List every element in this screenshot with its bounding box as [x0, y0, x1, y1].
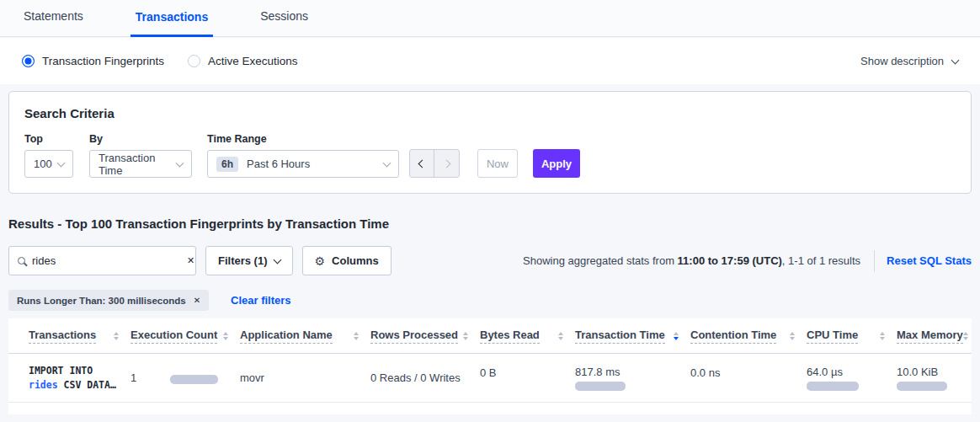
sort-icon[interactable]	[558, 332, 563, 340]
show-description-toggle[interactable]: Show description	[860, 55, 958, 67]
remove-filter-icon[interactable]: ✕	[194, 296, 200, 305]
cell-bar	[807, 382, 859, 391]
time-nav-group	[409, 149, 460, 178]
filters-button-label: Filters (1)	[218, 254, 268, 267]
cell-execution-count: 1	[130, 371, 240, 384]
tab-bar: Statements Transactions Sessions	[0, 0, 980, 37]
cell-bar	[170, 375, 218, 384]
sort-icon[interactable]	[463, 332, 468, 340]
cell-bytes-read: 0 B	[480, 354, 575, 379]
chevron-right-icon	[443, 159, 451, 168]
radio-label: Transaction Fingerprints	[42, 55, 164, 67]
chevron-down-icon	[57, 158, 66, 167]
column-header-bytes-read[interactable]: Bytes Read	[480, 329, 575, 344]
cell-transaction-fingerprint[interactable]: IMPORT INTO rides CSV DATA…	[29, 364, 130, 393]
apply-button[interactable]: Apply	[533, 149, 580, 178]
filter-pill-label: Runs Longer Than: 300 milliseconds	[17, 296, 186, 306]
radio-active-executions[interactable]: Active Executions	[188, 55, 298, 67]
by-label: By	[89, 133, 192, 145]
time-range-badge: 6h	[216, 157, 238, 172]
chevron-down-icon	[273, 255, 281, 264]
stats-cluster: Showing aggregated stats from 11:00 to 1…	[523, 250, 972, 272]
column-header-max-memory[interactable]: Max Memory	[897, 329, 980, 344]
chevron-down-icon	[951, 56, 960, 64]
clear-filters-link[interactable]: Clear filters	[231, 294, 291, 307]
results-table: Transactions Execution Count Application…	[8, 318, 972, 414]
time-range-select[interactable]: 6h Past 6 Hours	[207, 150, 399, 178]
cell-transaction-time: 817.8 ms	[575, 366, 690, 391]
by-select[interactable]: Transaction Time	[89, 150, 192, 178]
results-heading: Results - Top 100 Transaction Fingerprin…	[8, 216, 389, 231]
column-header-rows-processed[interactable]: Rows Processed	[370, 329, 480, 344]
time-range-value: Past 6 Hours	[247, 158, 310, 170]
clear-search-icon[interactable]: ✕	[187, 255, 194, 266]
sort-icon[interactable]	[880, 332, 885, 340]
tab-sessions[interactable]: Sessions	[255, 9, 313, 36]
search-criteria-title: Search Criteria	[24, 106, 956, 120]
view-toggle-row: Transaction Fingerprints Active Executio…	[0, 38, 980, 84]
cell-rows-processed: 0 Reads / 0 Writes	[370, 371, 480, 384]
columns-button[interactable]: ⚙ Columns	[302, 246, 391, 275]
tab-transactions[interactable]: Transactions	[130, 10, 213, 37]
cell-cpu-time: 64.0 µs	[807, 366, 897, 391]
top-select[interactable]: 100	[24, 150, 73, 178]
column-header-cpu-time[interactable]: CPU Time	[807, 329, 897, 344]
cell-application-name: movr	[240, 371, 370, 384]
sort-icon[interactable]	[354, 332, 359, 340]
column-header-application-name[interactable]: Application Name	[240, 329, 370, 344]
filters-button[interactable]: Filters (1)	[205, 246, 293, 275]
sql-activity-page: Statements Transactions Sessions Transac…	[0, 0, 980, 422]
column-header-transaction-time[interactable]: Transaction Time	[575, 329, 690, 344]
search-input[interactable]	[32, 254, 180, 267]
cell-max-memory: 10.0 KiB	[897, 366, 972, 391]
radio-transaction-fingerprints[interactable]: Transaction Fingerprints	[22, 55, 164, 67]
table-header-row: Transactions Execution Count Application…	[8, 318, 972, 354]
search-icon	[18, 257, 25, 264]
show-description-label: Show description	[860, 55, 944, 67]
results-controls-row: ✕ Filters (1) ⚙ Columns Showing aggregat…	[8, 246, 972, 275]
top-label: Top	[24, 133, 73, 145]
radio-label: Active Executions	[208, 55, 298, 67]
time-next-button[interactable]	[434, 150, 459, 177]
radio-selected-icon	[22, 55, 35, 67]
now-button[interactable]: Now	[477, 149, 518, 178]
sort-icon-active-desc[interactable]	[674, 332, 679, 340]
search-criteria-controls: Top 100 By Transaction Time Time Range 6…	[24, 133, 956, 178]
chevron-down-icon	[383, 158, 391, 167]
active-filters-row: Runs Longer Than: 300 milliseconds ✕ Cle…	[8, 290, 291, 311]
sort-icon[interactable]	[963, 332, 968, 340]
search-criteria-card: Search Criteria Top 100 By Transaction T…	[8, 91, 972, 194]
column-header-transactions[interactable]: Transactions	[29, 329, 130, 344]
search-match-highlight: rides	[29, 379, 58, 391]
sort-icon[interactable]	[114, 332, 119, 340]
radio-unselected-icon	[188, 55, 200, 67]
sort-icon[interactable]	[790, 332, 795, 340]
chevron-left-icon	[418, 159, 426, 168]
results-search-box: ✕	[8, 246, 196, 275]
reset-sql-stats-link[interactable]: Reset SQL Stats	[887, 254, 972, 267]
table-row: IMPORT INTO rides CSV DATA… 1 movr 0 Rea…	[8, 354, 972, 403]
time-range-label: Time Range	[207, 133, 399, 145]
by-select-value: Transaction Time	[99, 152, 177, 177]
cell-bar	[575, 382, 626, 391]
column-header-contention-time[interactable]: Contention Time	[690, 329, 807, 344]
gear-icon: ⚙	[315, 255, 326, 267]
time-prev-button[interactable]	[410, 150, 434, 177]
cell-contention-time: 0.0 ns	[690, 354, 807, 379]
tab-statements[interactable]: Statements	[19, 9, 88, 36]
column-header-execution-count[interactable]: Execution Count	[130, 329, 240, 344]
columns-button-label: Columns	[332, 254, 379, 267]
sort-icon[interactable]	[223, 332, 228, 340]
aggregated-stats-text: Showing aggregated stats from 11:00 to 1…	[523, 254, 860, 267]
filter-pill[interactable]: Runs Longer Than: 300 milliseconds ✕	[8, 290, 209, 311]
top-select-value: 100	[34, 158, 52, 170]
cell-bar	[897, 382, 947, 391]
divider	[874, 250, 875, 272]
